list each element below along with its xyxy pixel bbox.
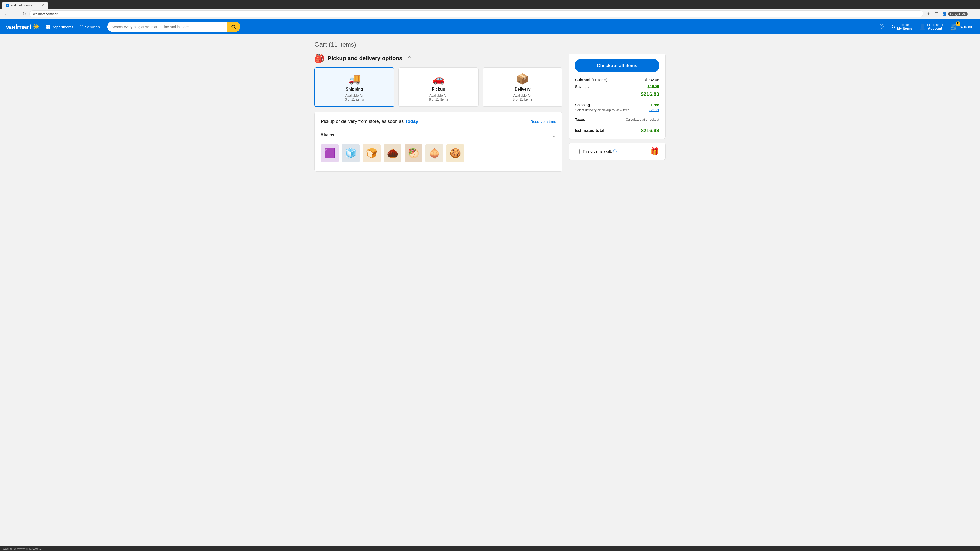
shipping-select-link[interactable]: Select [649,108,659,112]
search-button[interactable] [227,22,240,32]
estimated-total-value: $216.83 [641,127,659,133]
new-tab-button[interactable]: + [48,2,56,9]
heart-icon: ♡ [879,24,884,30]
pickup-header: Pickup or delivery from store, as soon a… [321,118,556,125]
estimated-total-label: Estimated total [575,128,605,133]
shipping-label: Shipping [575,103,590,107]
cart-badge: 11 [956,21,960,26]
cart-layout: 🎒 Pickup and delivery options ⌃ 🚚 Shippi… [314,54,666,171]
search-icon [231,24,236,29]
tab-label: walmart.com/cart [11,3,35,7]
savings-label: Savings [575,84,589,89]
reorder-main-label: My Items [897,26,912,30]
incognito-button[interactable]: 👤 Incognito (3) [940,11,969,17]
account-labels: Hi, Lauren D Account [927,23,943,30]
walmart-logo[interactable]: walmart ✳ [6,23,39,31]
account-icon: 👤 [919,24,926,30]
svg-point-0 [232,25,235,28]
item-thumb-1: 🟪 [321,144,339,162]
main-content: Cart (11 items) 🎒 Pickup and delivery op… [306,35,674,178]
item-thumb-img-5: 🥙 [408,148,419,159]
departments-grid-icon [46,25,50,29]
account-main-label: Account [927,26,943,30]
refresh-button[interactable]: ↻ [21,11,27,17]
tab-close-button[interactable]: ✕ [41,3,45,7]
gift-section: This order is a gift. ⓘ 🎁 [569,143,666,160]
account-button[interactable]: 👤 Hi, Lauren D Account [917,22,945,32]
savings-total-value: $216.83 [641,91,659,97]
item-thumb-6: 🧅 [425,144,443,162]
pickup-section-title: Pickup or delivery from store, as soon a… [321,118,418,125]
delivery-section-toggle-button[interactable]: ⌃ [407,56,412,62]
menu-button[interactable]: ⋮ [970,11,977,17]
gift-label-text: This order is a gift. [583,149,612,153]
walmart-header: walmart ✳ Departments ☷ Services [0,19,980,35]
subtotal-row: Subtotal (11 items) $232.08 [575,78,659,82]
shipping-option-card[interactable]: 🚚 Shipping Available for3 of 11 items [314,67,394,107]
logo-walmart: walmart [6,23,32,31]
delivery-section-icon: 🎒 [314,54,325,63]
search-input[interactable] [107,22,227,32]
taxes-row: Taxes Calculated at checkout [575,118,659,122]
wishlist-button[interactable]: ♡ [877,22,886,32]
browser-chrome: W walmart.com/cart ✕ + [0,0,980,9]
shipping-option-title: Shipping [345,87,363,92]
search-bar [107,22,240,32]
checkout-all-items-button[interactable]: Checkout all items [575,59,659,73]
subtotal-count: (11 items) [591,78,607,82]
delivery-section-title: Pickup and delivery options [328,55,402,62]
reader-view-button[interactable]: ☰ [933,11,939,17]
pickup-title-text: Pickup or delivery from store, as soon a… [321,119,405,124]
order-summary: Checkout all items Subtotal (11 items) $… [569,54,666,139]
reorder-button[interactable]: ↻ Reorder My Items [889,22,914,32]
item-thumb-5: 🥙 [404,144,422,162]
items-count-row[interactable]: 8 items ⌄ [321,129,556,141]
item-thumb-img-3: 🍞 [366,148,377,159]
pickup-today-text: Today [405,119,418,124]
active-tab[interactable]: W walmart.com/cart ✕ [2,2,48,9]
gift-checkbox[interactable] [575,149,579,154]
departments-nav-button[interactable]: Departments [44,23,76,30]
pickup-option-card[interactable]: 🚗 Pickup Available for8 of 11 Items [398,67,478,107]
summary-divider-1 [575,100,659,100]
delivery-option-card[interactable]: 📦 Delivery Available for8 of 11 Items [483,67,563,107]
delivery-section-header: 🎒 Pickup and delivery options ⌃ [314,54,563,63]
delivery-option-title: Delivery [514,87,530,92]
bookmark-button[interactable]: ★ [925,11,932,17]
svg-line-1 [234,28,236,29]
item-thumb-3: 🍞 [363,144,380,162]
item-thumb-img-4: 🌰 [387,148,398,159]
forward-button[interactable]: → [12,11,19,17]
cart-button[interactable]: 🛒 11 $216.83 [948,22,974,32]
account-small-label: Hi, Lauren D [927,23,943,26]
tab-bar: W walmart.com/cart ✕ + [2,2,978,9]
shipping-icon: 🚚 [348,73,361,85]
pickup-option-title: Pickup [432,87,445,92]
logo-text: walmart ✳ [6,23,39,31]
item-thumb-img-1: 🟪 [324,148,336,159]
reserve-time-link[interactable]: Reserve a time [530,119,556,124]
reorder-labels: Reorder My Items [897,23,912,30]
pickup-option-subtitle: Available for8 of 11 Items [429,94,448,101]
address-bar: ← → ↻ ★ ☰ 👤 Incognito (3) ⋮ [0,9,980,19]
services-nav-button[interactable]: ☷ Services [77,23,102,31]
subtotal-label: Subtotal (11 items) [575,78,607,82]
cart-sidebar: Checkout all items Subtotal (11 items) $… [569,54,666,160]
savings-row: Savings -$15.25 [575,84,659,89]
header-nav: Departments ☷ Services [44,23,102,31]
services-icon: ☷ [80,24,83,29]
cart-price: $216.83 [960,25,972,29]
item-thumbnails: 🟪 🧊 🍞 🌰 🥙 🧅 [321,141,556,165]
item-thumb-4: 🌰 [383,144,401,162]
departments-label: Departments [52,25,73,29]
shipping-row: Shipping Free [575,103,659,107]
cart-title: Cart (11 items) [314,41,666,48]
savings-value: -$15.25 [646,84,659,89]
back-button[interactable]: ← [3,11,10,17]
shipping-sub-label: Select delivery or pickup to view fees [575,108,629,112]
incognito-badge: Incognito (3) [948,12,968,16]
address-input[interactable] [29,11,923,17]
items-expand-chevron-icon: ⌄ [552,132,556,138]
reorder-icon: ↻ [891,24,895,30]
browser-actions: ★ ☰ 👤 Incognito (3) ⋮ [925,11,977,17]
